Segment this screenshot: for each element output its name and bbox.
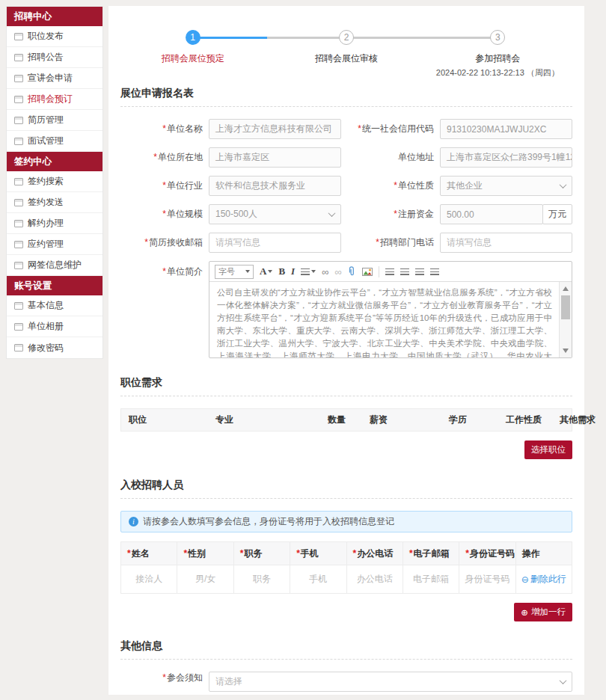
- col-office-phone: *办公电话: [346, 542, 403, 565]
- email-input[interactable]: 电子邮箱: [403, 565, 459, 594]
- required-asterisk: *: [162, 672, 166, 683]
- unit-location-field[interactable]: 上海市嘉定区: [209, 147, 341, 168]
- credit-code-field[interactable]: 91310230MA1JWJU2XC: [440, 119, 572, 139]
- positions-table-header: 职位 专业 数量 薪资 学历 工作性质 其他需求: [120, 408, 572, 432]
- gender-input[interactable]: 男/女: [177, 565, 233, 594]
- sidebar-item-sign-cancel[interactable]: 解约办理: [7, 213, 102, 234]
- scroll-up-icon[interactable]: [563, 286, 569, 291]
- scrollbar-thumb[interactable]: [561, 295, 570, 319]
- align-center-icon[interactable]: [400, 268, 409, 275]
- scroll-down-icon[interactable]: [563, 349, 569, 353]
- menu-item-icon: [14, 262, 23, 269]
- step-1-label: 招聘会展位预定: [162, 52, 224, 65]
- step-1-circle: 1: [186, 30, 201, 45]
- dept-phone-input[interactable]: 请填写信息: [440, 233, 572, 253]
- personnel-alert-text: 请按参会人数填写参会信息，身份证号将用于入校招聘信息登记: [143, 515, 394, 528]
- bold-icon[interactable]: B: [278, 265, 285, 277]
- sidebar-section-account-settings: 账号设置: [7, 276, 102, 295]
- col-major: 专业: [208, 414, 320, 426]
- industry-field[interactable]: 软件和信息技术服务业: [209, 176, 341, 196]
- registered-capital-field[interactable]: 500.00: [440, 204, 543, 224]
- sidebar-item-label: 职位发布: [28, 30, 64, 43]
- sidebar-item-change-password[interactable]: 修改密码: [7, 337, 102, 358]
- unlink-icon[interactable]: ∞: [334, 266, 341, 277]
- font-size-select[interactable]: 字号: [215, 265, 254, 279]
- sidebar-item-label: 修改密码: [28, 342, 64, 354]
- unit-address-field[interactable]: 上海市嘉定区众仁路399号1幢12层B区J246...: [440, 147, 572, 168]
- align-right-icon[interactable]: [415, 268, 424, 275]
- intro-editor-body[interactable]: 公司自主研发的“才立方就业协作云平台”，“才立方智慧就业信息服务系统”，“才立方…: [209, 282, 572, 357]
- sidebar-item-label: 解约办理: [28, 217, 64, 230]
- menu-item-icon: [14, 344, 23, 351]
- editor-scrollbar[interactable]: [559, 282, 572, 357]
- notice-label: *参会须知: [120, 672, 209, 692]
- line-height-icon[interactable]: [301, 268, 316, 275]
- sidebar-item-esign-info[interactable]: 网签信息维护: [7, 255, 102, 276]
- step-track-progress: [193, 37, 268, 39]
- resume-email-label: *简历接收邮箱: [120, 236, 209, 249]
- title-input[interactable]: 职务: [233, 565, 290, 594]
- plus-circle-icon: ⊕: [521, 607, 528, 618]
- select-position-button[interactable]: 选择职位: [524, 440, 572, 459]
- italic-icon[interactable]: I: [291, 265, 295, 277]
- section-divider: [120, 396, 572, 396]
- notice-select[interactable]: 请选择: [209, 672, 572, 692]
- required-asterisk: *: [162, 123, 166, 134]
- sidebar-item-label: 应约管理: [28, 238, 64, 251]
- minus-circle-icon: ⊖: [521, 574, 529, 585]
- info-icon: i: [129, 517, 138, 526]
- sidebar-item-company-album[interactable]: 单位相册: [7, 316, 102, 337]
- align-left-icon[interactable]: [385, 268, 394, 275]
- required-asterisk: *: [162, 266, 166, 277]
- delete-row-link[interactable]: ⊖删除此行: [521, 573, 566, 586]
- menu-item-icon: [14, 54, 23, 61]
- sidebar-item-resume-manage[interactable]: 简历管理: [7, 110, 102, 131]
- office-phone-input[interactable]: 办公电话: [346, 565, 403, 594]
- align-justify-icon[interactable]: [430, 268, 439, 275]
- col-salary: 薪资: [362, 414, 441, 426]
- menu-item-icon: [14, 178, 23, 185]
- col-education: 学历: [441, 414, 498, 426]
- add-row-button[interactable]: ⊕增加一行: [514, 603, 572, 621]
- personnel-table: *姓名 *性别 *职务 *手机 *办公电话 *电子邮箱 *身份证号码 操作 接洽…: [120, 541, 572, 594]
- sidebar-item-jobfair-booking[interactable]: 招聘会预订: [7, 89, 102, 110]
- other-section-title: 其他信息: [120, 639, 572, 653]
- unit-name-field[interactable]: 上海才立方信息科技有限公司: [209, 119, 341, 139]
- credit-code-label: *统一社会信用代码: [352, 123, 440, 135]
- sidebar-item-offer-manage[interactable]: 应约管理: [7, 234, 102, 255]
- chevron-down-icon: [268, 270, 272, 273]
- resume-email-input[interactable]: 请填写信息: [209, 233, 341, 253]
- sidebar-item-label: 签约搜索: [28, 175, 64, 188]
- chevron-down-icon: [560, 181, 567, 188]
- personnel-info-alert: i 请按参会人数填写参会信息，身份证号将用于入校招聘信息登记: [120, 511, 572, 532]
- unit-scale-select[interactable]: 150-500人: [209, 204, 341, 224]
- required-asterisk: *: [162, 209, 166, 219]
- sidebar-item-label: 签约发送: [28, 196, 64, 209]
- menu-item-icon: [14, 220, 23, 227]
- attachment-icon[interactable]: [348, 266, 356, 277]
- sidebar-item-basic-info[interactable]: 基本信息: [7, 295, 102, 316]
- unit-type-label: *单位性质: [352, 179, 440, 192]
- mobile-input[interactable]: 手机: [290, 565, 346, 594]
- image-icon[interactable]: [362, 268, 373, 276]
- sidebar-item-interview-manage[interactable]: 面试管理: [7, 131, 102, 152]
- sidebar-item-recruit-notice[interactable]: 招聘公告: [7, 47, 102, 68]
- unit-type-select[interactable]: 其他企业: [440, 176, 572, 196]
- sidebar-item-infosession-apply[interactable]: 宣讲会申请: [7, 68, 102, 89]
- col-quantity: 数量: [320, 414, 362, 426]
- id-number-input[interactable]: 身份证号码: [459, 565, 515, 594]
- section-divider: [120, 498, 572, 499]
- sidebar-item-sign-search[interactable]: 签约搜索: [7, 171, 102, 192]
- name-input[interactable]: 接洽人: [121, 565, 177, 594]
- menu-item-icon: [14, 138, 23, 145]
- industry-label: *单位行业: [120, 179, 209, 192]
- sidebar-item-label: 基本信息: [28, 299, 64, 312]
- link-icon[interactable]: ∞: [322, 266, 328, 277]
- col-email: *电子邮箱: [403, 542, 459, 565]
- main-panel: 1 2 3 招聘会展位预定 招聘会展位审核 参加招聘会 2024-02-22 1…: [108, 6, 584, 695]
- sidebar-item-job-post[interactable]: 职位发布: [7, 26, 102, 47]
- sidebar-item-sign-send[interactable]: 签约发送: [7, 192, 102, 213]
- unit-address-label: 单位地址: [352, 151, 440, 164]
- intro-editor: 字号 A B I ∞ ∞ 公司自主研发的“才立方就业协作云平台”，“才立方智慧就…: [209, 261, 572, 358]
- font-color-icon[interactable]: A: [260, 265, 272, 277]
